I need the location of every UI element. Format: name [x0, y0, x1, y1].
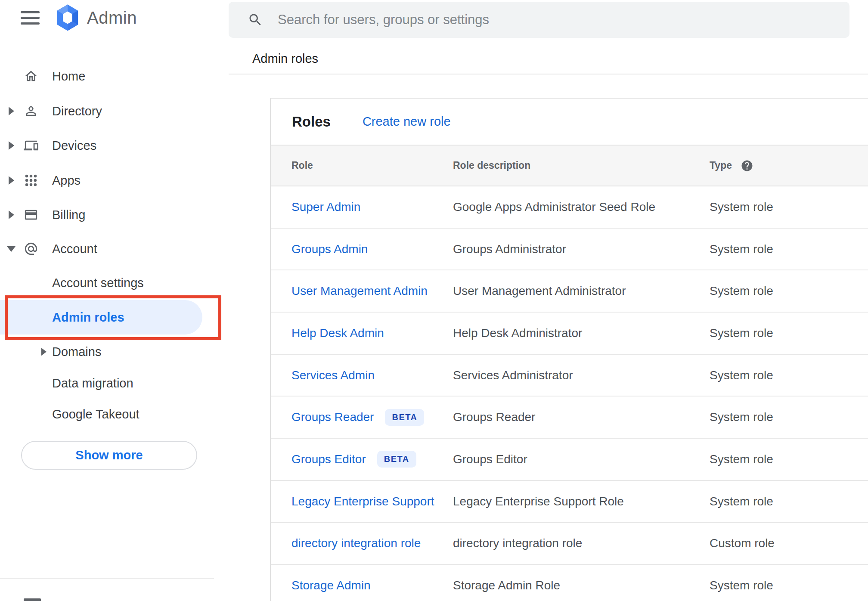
role-type: System role	[710, 242, 868, 256]
breadcrumb: Admin roles	[252, 52, 318, 66]
sidebar-subitem-account-settings[interactable]: Account settings	[0, 266, 202, 300]
role-description: Groups Reader	[453, 410, 710, 424]
table-row: directory integration roledirectory inte…	[271, 523, 868, 565]
sidebar-item-label: Apps	[52, 173, 81, 188]
column-header-role: Role	[291, 160, 453, 171]
chevron-right-icon[interactable]	[9, 211, 14, 219]
sidebar-item-label: Devices	[52, 139, 96, 153]
sidebar-item-apps[interactable]: Apps	[0, 163, 202, 198]
role-cell: Services Admin	[291, 369, 453, 382]
admin-console-screen: Admin HomeDirectoryDevicesAppsBillingAcc…	[0, 0, 868, 601]
sidebar-item-label: Billing	[52, 208, 85, 222]
role-cell: Super Admin	[291, 200, 453, 214]
table-row: User Management AdminUser Management Adm…	[271, 270, 868, 313]
role-type: System role	[710, 284, 868, 298]
sidebar-item-home[interactable]: Home	[0, 59, 202, 93]
role-link[interactable]: User Management Admin	[291, 284, 428, 298]
role-link[interactable]: directory integration role	[291, 536, 421, 550]
table-row: Groups AdminGroups AdministratorSystem r…	[271, 229, 868, 271]
role-type: System role	[710, 200, 868, 214]
role-description: Storage Admin Role	[453, 579, 710, 592]
chevron-right-icon[interactable]	[9, 176, 14, 185]
role-description: Groups Administrator	[453, 242, 710, 256]
sidebar-item-directory[interactable]: Directory	[0, 94, 202, 128]
sidebar-subitem-label: Google Takeout	[52, 407, 140, 421]
search-input[interactable]	[278, 12, 794, 28]
role-description: Services Administrator	[453, 369, 710, 382]
partial-sidebar-icon	[24, 598, 41, 601]
role-type: System role	[710, 369, 868, 382]
home-icon	[24, 69, 38, 84]
role-type: System role	[710, 410, 868, 424]
at-sign-icon	[24, 242, 38, 256]
create-new-role-link[interactable]: Create new role	[363, 115, 451, 129]
sidebar-item-devices[interactable]: Devices	[0, 128, 202, 163]
sidebar-item-billing[interactable]: Billing	[0, 198, 202, 232]
brand-name: Admin	[87, 8, 137, 28]
roles-card-header: Roles Create new role	[271, 99, 868, 145]
role-link[interactable]: Super Admin	[291, 200, 360, 214]
sidebar-subitem-admin-roles[interactable]: Admin roles	[0, 300, 202, 335]
devices-icon	[24, 138, 38, 153]
sidebar-subitem-google-takeout[interactable]: Google Takeout	[0, 397, 202, 431]
admin-brand[interactable]: Admin	[54, 3, 137, 32]
column-header-type: Type	[710, 159, 868, 172]
person-icon	[24, 104, 38, 118]
role-cell: Groups EditorBETA	[291, 451, 453, 468]
sidebar-subitem-domains[interactable]: Domains	[0, 335, 202, 369]
roles-table-body: Super AdminGoogle Apps Administrator See…	[271, 186, 868, 601]
role-description: User Management Administrator	[453, 284, 710, 298]
role-description: Google Apps Administrator Seed Role	[453, 200, 710, 214]
beta-badge: BETA	[385, 409, 424, 426]
role-type: Custom role	[710, 536, 868, 550]
column-header-type-label: Type	[710, 160, 732, 171]
header-divider	[229, 74, 868, 74]
table-row: Services AdminServices AdministratorSyst…	[271, 355, 868, 397]
roles-title: Roles	[292, 114, 331, 130]
hamburger-menu-icon[interactable]	[21, 11, 40, 26]
column-header-role-description: Role description	[453, 160, 710, 171]
sidebar-subitem-data-migration[interactable]: Data migration	[0, 366, 202, 400]
chevron-right-icon[interactable]	[9, 141, 14, 150]
chevron-right-icon[interactable]	[9, 107, 14, 115]
credit-card-icon	[24, 208, 38, 222]
table-row: Help Desk AdminHelp Desk AdministratorSy…	[271, 313, 868, 355]
role-cell: Groups Admin	[291, 242, 453, 256]
role-link[interactable]: Legacy Enterprise Support	[291, 495, 434, 508]
show-more-button[interactable]: Show more	[21, 441, 197, 470]
role-link[interactable]: Help Desk Admin	[291, 326, 384, 340]
role-type: System role	[710, 326, 868, 340]
table-row: Legacy Enterprise SupportLegacy Enterpri…	[271, 481, 868, 523]
table-row: Groups EditorBETAGroups EditorSystem rol…	[271, 439, 868, 481]
role-type: System role	[710, 579, 868, 592]
role-type: System role	[710, 452, 868, 466]
apps-grid-icon	[24, 173, 38, 188]
role-link[interactable]: Groups Reader	[291, 410, 374, 424]
help-icon[interactable]	[741, 159, 753, 172]
sidebar-item-account[interactable]: Account	[0, 232, 202, 266]
role-link[interactable]: Storage Admin	[291, 579, 371, 592]
sidebar-item-label: Home	[52, 69, 85, 84]
role-cell: Legacy Enterprise Support	[291, 495, 453, 508]
role-link[interactable]: Services Admin	[291, 369, 375, 382]
table-row: Super AdminGoogle Apps Administrator See…	[271, 186, 868, 229]
sidebar-divider	[0, 578, 214, 579]
role-description: directory integration role	[453, 536, 710, 550]
role-link[interactable]: Groups Editor	[291, 452, 366, 466]
role-type: System role	[710, 495, 868, 508]
table-row: Storage AdminStorage Admin RoleSystem ro…	[271, 565, 868, 601]
search-bar[interactable]	[229, 2, 849, 38]
sidebar-subitem-label: Data migration	[52, 376, 133, 390]
chevron-down-icon[interactable]	[7, 246, 16, 252]
role-link[interactable]: Groups Admin	[291, 242, 368, 256]
role-description: Legacy Enterprise Support Role	[453, 495, 710, 508]
chevron-right-icon[interactable]	[41, 348, 46, 356]
sidebar-subitem-label: Admin roles	[52, 310, 124, 325]
role-cell: User Management Admin	[291, 284, 453, 298]
admin-hexagon-logo	[54, 3, 81, 32]
role-cell: directory integration role	[291, 536, 453, 550]
role-description: Help Desk Administrator	[453, 326, 710, 340]
beta-badge: BETA	[377, 451, 416, 468]
role-description: Groups Editor	[453, 452, 710, 466]
table-row: Groups ReaderBETAGroups ReaderSystem rol…	[271, 397, 868, 439]
